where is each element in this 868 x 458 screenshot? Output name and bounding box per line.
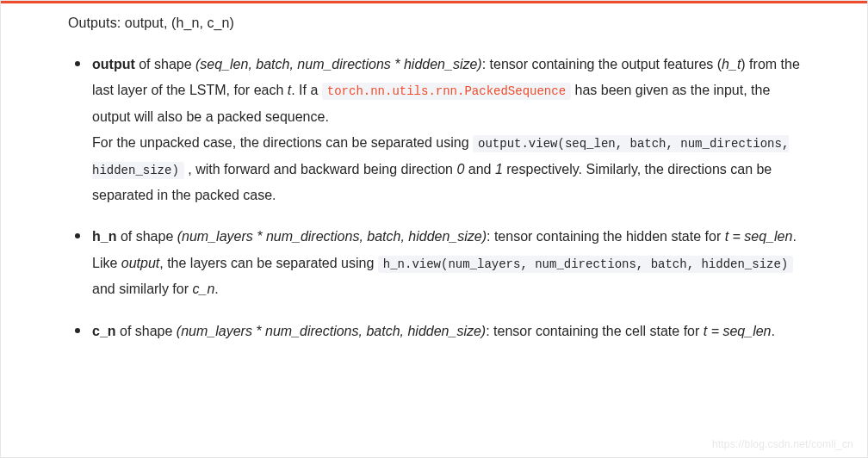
text: , the layers can be separated using xyxy=(159,256,378,270)
text: . If a xyxy=(291,83,322,97)
code-hn-view: h_n.view(num_layers, num_directions, bat… xyxy=(378,256,793,273)
list-item: h_n of shape (num_layers * num_direction… xyxy=(92,224,800,302)
ht: h_t xyxy=(722,57,741,71)
shape-output: (seq_len, batch, num_directions * hidden… xyxy=(195,57,482,71)
text: and xyxy=(464,162,495,176)
doc-content: Outputs: output, (h_n, c_n) output of sh… xyxy=(1,3,867,381)
teq: t = seq_len xyxy=(725,229,793,244)
term-cn: c_n xyxy=(92,324,116,338)
text: . xyxy=(771,324,774,338)
text: For the unpacked case, the directions ca… xyxy=(92,135,473,150)
list-item: output of shape (seq_len, batch, num_dir… xyxy=(92,52,800,208)
text: : tensor containing the cell state for xyxy=(486,324,704,338)
text: of shape xyxy=(135,57,195,71)
watermark: https://blog.csdn.net/comli_cn xyxy=(712,438,853,450)
output-ital: output xyxy=(121,256,159,270)
text: of shape xyxy=(116,324,177,338)
zero: 0 xyxy=(456,162,464,176)
term-hn: h_n xyxy=(92,229,116,244)
text: and similarly for xyxy=(92,282,192,296)
teq: t = seq_len xyxy=(704,324,772,338)
list-item: c_n of shape (num_layers * num_direction… xyxy=(92,319,800,344)
text: of shape xyxy=(116,229,177,244)
cn-ital: c_n xyxy=(192,282,214,296)
text: : tensor containing the hidden state for xyxy=(487,229,725,244)
outputs-list: output of shape (seq_len, batch, num_dir… xyxy=(68,52,800,344)
one: 1 xyxy=(495,162,503,176)
text: . xyxy=(214,282,218,296)
text: . xyxy=(792,229,796,244)
text: Like xyxy=(92,256,121,270)
text: : tensor containing the output features … xyxy=(482,57,722,71)
shape-hn: (num_layers * num_directions, batch, hid… xyxy=(177,229,487,244)
outputs-header: Outputs: output, (h_n, c_n) xyxy=(68,15,800,31)
packedsequence-link[interactable]: torch.nn.utils.rnn.PackedSequence xyxy=(322,83,571,100)
term-output: output xyxy=(92,57,135,71)
text: , with forward and backward being direct… xyxy=(184,162,457,176)
shape-cn: (num_layers * num_directions, batch, hid… xyxy=(177,324,486,338)
